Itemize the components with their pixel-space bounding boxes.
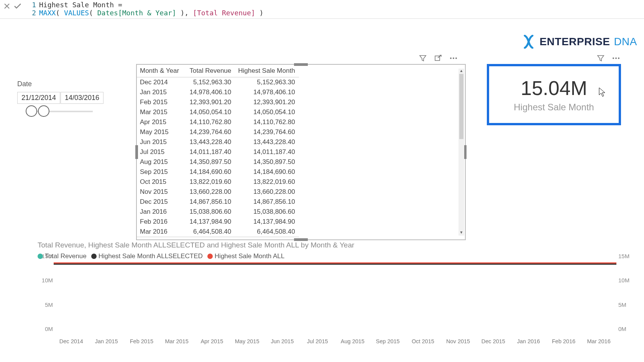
table-row[interactable]: Mar 20166,464,508.406,464,508.40: [137, 227, 299, 237]
svg-point-2: [453, 57, 454, 59]
y-tick: 5M: [618, 301, 634, 308]
dax-function: MAXX: [39, 9, 56, 17]
table-row[interactable]: Mar 201514,050,054.1014,050,054.10: [137, 107, 299, 117]
table-total-row: Total208,907,259.6015,038,806.60: [137, 237, 299, 240]
table-row[interactable]: Jun 201513,443,228.4013,443,228.40: [137, 137, 299, 147]
line-number: 2: [31, 9, 39, 17]
x-tick-label: Apr 2015: [200, 338, 223, 344]
x-tick-label: Feb 2016: [552, 338, 575, 344]
more-options-icon[interactable]: [449, 53, 458, 63]
legend-item[interactable]: Highest Sale Month ALL: [207, 252, 284, 260]
table-row[interactable]: Nov 201513,660,228.0013,660,228.00: [137, 187, 299, 197]
slicer-thumb-start[interactable]: [26, 105, 37, 117]
more-options-icon[interactable]: [611, 53, 621, 63]
y-tick: 10M: [618, 277, 634, 283]
table-row[interactable]: Jan 201514,978,406.1014,978,406.10: [137, 87, 299, 97]
filter-icon[interactable]: [418, 53, 428, 63]
y-tick: 15M: [38, 253, 53, 259]
slicer-thumb-end[interactable]: [38, 105, 49, 117]
svg-point-5: [615, 57, 617, 59]
x-tick-label: May 2015: [235, 338, 260, 344]
x-tick-label: Jan 2016: [517, 338, 540, 344]
svg-point-4: [613, 57, 614, 59]
x-tick-label: Nov 2015: [446, 338, 470, 344]
table-row[interactable]: Dec 201514,867,856.1014,867,856.10: [137, 197, 299, 207]
table-row[interactable]: Oct 201513,822,019.6013,822,019.60: [137, 177, 299, 187]
chart-visual[interactable]: Total Revenue, Highest Sale Month ALLSEL…: [38, 241, 632, 360]
x-tick-label: Oct 2015: [412, 338, 434, 344]
table-visual[interactable]: Month & YearTotal RevenueHighest Sale Mo…: [136, 64, 466, 240]
scroll-thumb[interactable]: [459, 74, 463, 139]
slicer-track[interactable]: [28, 111, 93, 112]
dna-icon: [522, 35, 536, 49]
table-row[interactable]: May 201514,239,764.6014,239,764.60: [137, 127, 299, 137]
brand-logo: ENTERPRISE DNA: [522, 35, 637, 49]
formula-bar: 1 Highest Sale Month = 2 MAXX ( VALUES (…: [0, 0, 644, 19]
table-row[interactable]: Dec 20145,152,963.305,152,963.30: [137, 77, 299, 88]
report-canvas: ENTERPRISE DNA Date 21/12/2014 14/03/201…: [0, 19, 644, 362]
slicer-end-date[interactable]: 14/03/2016: [61, 92, 104, 104]
x-tick-label: Jun 2015: [271, 338, 294, 344]
y-tick: 0M: [38, 326, 53, 332]
table-row[interactable]: Aug 201514,350,897.5014,350,897.50: [137, 157, 299, 167]
card-visual[interactable]: 15.04M Highest Sale Month: [487, 64, 621, 125]
x-tick-label: Dec 2015: [481, 338, 505, 344]
slicer-title: Date: [17, 80, 104, 88]
x-tick-label: Dec 2014: [59, 338, 83, 344]
column-header[interactable]: Highest Sale Month: [235, 65, 299, 77]
dax-measure-ref: [Total Revenue]: [193, 9, 255, 17]
card-label: Highest Sale Month: [514, 102, 594, 113]
scroll-up-arrow[interactable]: ▲: [458, 69, 464, 74]
formula-commit-button[interactable]: [12, 1, 23, 11]
brand-text-enterprise: ENTERPRISE: [539, 36, 610, 48]
chart-title: Total Revenue, Highest Sale Month ALLSEL…: [38, 241, 632, 249]
table-scrollbar[interactable]: ▲ ▼: [458, 69, 464, 236]
y-axis-right: 0M5M10M15M: [618, 262, 634, 335]
svg-point-6: [618, 57, 619, 59]
data-table: Month & YearTotal RevenueHighest Sale Mo…: [137, 65, 299, 239]
y-tick: 10M: [38, 277, 53, 283]
legend-swatch: [207, 254, 213, 259]
x-tick-label: Mar 2016: [587, 338, 610, 344]
x-tick-label: Sep 2015: [376, 338, 400, 344]
measure-name: Highest Sale Month: [39, 1, 114, 9]
formula-cancel-button[interactable]: [2, 1, 12, 11]
x-tick-label: Jan 2015: [95, 338, 118, 344]
dax-function: VALUES: [64, 9, 89, 17]
chart-bars: Dec 2014Jan 2015Feb 2015Mar 2015Apr 2015…: [54, 262, 616, 335]
card-value: 15.04M: [521, 77, 587, 100]
table-row[interactable]: Apr 201514,110,762.8014,110,762.80: [137, 117, 299, 127]
brand-text-dna: DNA: [614, 36, 637, 48]
filter-icon[interactable]: [596, 53, 606, 63]
chart-legend: Total RevenueHighest Sale Month ALLSELEC…: [38, 252, 632, 260]
x-tick-label: Jul 2015: [307, 338, 328, 344]
scroll-down-arrow[interactable]: ▼: [458, 230, 464, 236]
formula-editor[interactable]: 1 Highest Sale Month = 2 MAXX ( VALUES (…: [23, 1, 642, 17]
card-visual-header: [596, 53, 621, 63]
focus-mode-icon[interactable]: [433, 53, 443, 63]
svg-point-1: [450, 57, 452, 59]
date-slicer[interactable]: Date 21/12/2014 14/03/2016: [17, 80, 104, 116]
y-tick: 15M: [618, 253, 634, 259]
chart-plot-area: 0M5M10M15M 0M5M10M15M Dec 2014Jan 2015Fe…: [54, 262, 616, 343]
y-tick: 5M: [38, 301, 53, 308]
y-tick: 0M: [618, 326, 634, 332]
x-tick-label: Feb 2015: [130, 338, 153, 344]
table-row[interactable]: Jul 201514,011,187.4014,011,187.40: [137, 147, 299, 157]
column-header[interactable]: Total Revenue: [183, 65, 235, 77]
x-tick-label: Aug 2015: [341, 338, 365, 344]
table-row[interactable]: Sep 201514,184,690.6014,184,690.60: [137, 167, 299, 177]
legend-swatch: [91, 254, 97, 259]
table-row[interactable]: Feb 201512,393,901.2012,393,901.20: [137, 97, 299, 107]
column-header[interactable]: Month & Year: [137, 65, 183, 77]
y-axis-left: 0M5M10M15M: [38, 262, 53, 335]
dax-column-ref: Dates[Month & Year]: [97, 9, 176, 17]
table-row[interactable]: Jan 201615,038,806.6015,038,806.60: [137, 207, 299, 217]
x-tick-label: Mar 2015: [165, 338, 188, 344]
legend-item[interactable]: Highest Sale Month ALLSELECTED: [91, 252, 203, 260]
table-row[interactable]: Feb 201614,137,984.9014,137,984.90: [137, 217, 299, 227]
svg-point-3: [455, 57, 457, 59]
line-number: 1: [31, 1, 39, 9]
table-visual-header: [418, 53, 458, 63]
slicer-start-date[interactable]: 21/12/2014: [17, 92, 60, 104]
